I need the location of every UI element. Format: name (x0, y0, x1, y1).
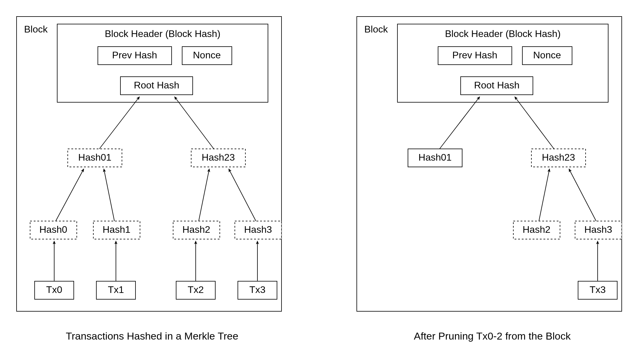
prev-hash-label: Prev Hash (452, 50, 497, 60)
left-panel: Block Block Header (Block Hash) Prev Has… (17, 17, 282, 342)
prev-hash-label: Prev Hash (112, 50, 157, 60)
hash1-label: Hash1 (103, 224, 131, 235)
tx2-label: Tx2 (188, 284, 204, 295)
hash3-label: Hash3 (584, 224, 612, 235)
tx0-label: Tx0 (46, 284, 62, 295)
nonce-label: Nonce (193, 50, 221, 60)
hash01-label: Hash01 (418, 152, 452, 163)
merkle-diagram: Block Block Header (Block Hash) Prev Has… (0, 0, 644, 357)
block-header-title: Block Header (Block Hash) (445, 28, 561, 39)
root-hash-label: Root Hash (134, 80, 179, 91)
block-header-title: Block Header (Block Hash) (105, 28, 220, 39)
left-caption: Transactions Hashed in a Merkle Tree (66, 330, 238, 342)
tx3-label: Tx3 (590, 284, 605, 295)
hash01-label: Hash01 (78, 152, 111, 163)
root-hash-label: Root Hash (474, 80, 519, 91)
tx3-label: Tx3 (249, 284, 265, 295)
hash23-label: Hash23 (542, 152, 575, 163)
nonce-label: Nonce (533, 50, 561, 60)
right-caption: After Pruning Tx0-2 from the Block (414, 330, 571, 342)
hash23-label: Hash23 (202, 152, 235, 163)
hash2-label: Hash2 (523, 224, 551, 235)
hash0-label: Hash0 (39, 224, 67, 235)
hash2-label: Hash2 (182, 224, 210, 235)
tx1-label: Tx1 (108, 284, 124, 295)
block-label: Block (364, 24, 388, 35)
block-label: Block (24, 24, 48, 35)
right-panel: Block Block Header (Block Hash) Prev Has… (357, 17, 622, 342)
hash3-label: Hash3 (244, 224, 272, 235)
